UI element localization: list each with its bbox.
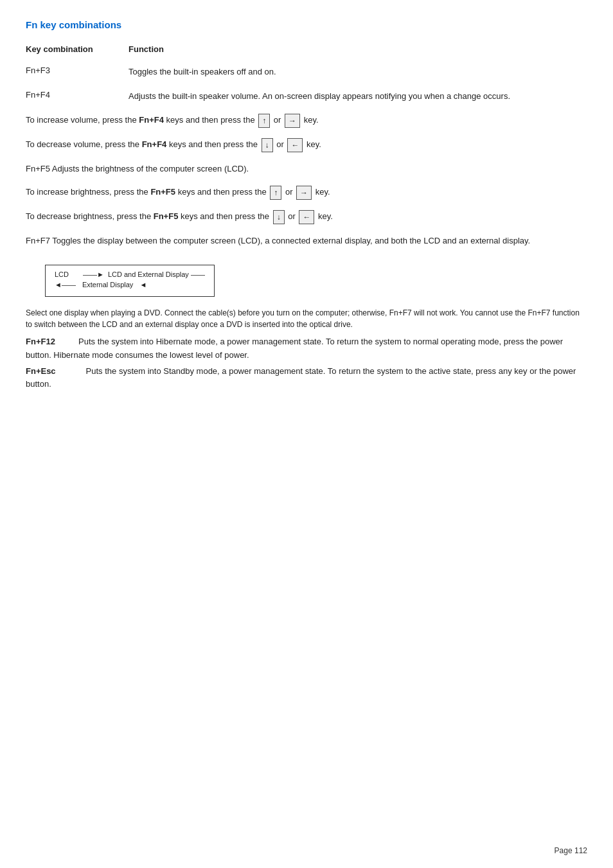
- volume-increase-line: To increase volume, press the Fn+F4 keys…: [26, 114, 587, 128]
- volume-decrease-line: To decrease volume, press the Fn+F4 keys…: [26, 138, 587, 152]
- fn-f7-note: Select one display when playing a DVD. C…: [26, 307, 587, 330]
- down-arrow-icon: ↓: [262, 138, 273, 152]
- down-arrow-icon2: ↓: [273, 210, 285, 224]
- fn-esc-desc: Puts the system into Standby mode, a pow…: [26, 366, 576, 389]
- fn-f4-key: Fn+F4: [26, 90, 129, 100]
- fn-f5-desc: Fn+F5 Adjusts the brightness of the comp…: [26, 163, 587, 175]
- display-diagram: LCD ——► LCD and External Display —— ◄—— …: [45, 265, 215, 297]
- left-arrow-icon: ←: [287, 138, 303, 152]
- volume-increase-end: key.: [304, 115, 319, 125]
- diagram-return-arrow: ◄: [139, 281, 147, 288]
- brightness-decrease-line: To decrease brightness, press the Fn+F5 …: [26, 210, 587, 224]
- fn-f12-key: Fn+F12: [26, 337, 55, 346]
- diagram-row-1: LCD ——► LCD and External Display ——: [55, 270, 205, 278]
- diagram-right-arrow: ——►: [83, 270, 104, 278]
- fn-f12-desc: Puts the system into Hibernate mode, a p…: [26, 337, 563, 360]
- volume-decrease-suffix: keys and then press the: [166, 139, 260, 149]
- right-arrow-icon2: →: [296, 186, 312, 200]
- volume-increase-suffix: keys and then press the: [164, 115, 257, 125]
- brightness-decrease-prefix: To decrease brightness, press the: [26, 211, 154, 221]
- brightness-or-text: or: [285, 187, 295, 197]
- fn-f3-key: Fn+F3: [26, 66, 129, 75]
- left-arrow-icon2: ←: [299, 210, 314, 224]
- diagram-row-2: ◄—— External Display ◄: [55, 281, 205, 288]
- up-arrow-icon2: ↑: [270, 186, 281, 200]
- brightness-increase-prefix: To increase brightness, press the: [26, 187, 150, 197]
- brightness-or-text2: or: [288, 211, 298, 221]
- brightness-increase-suffix: keys and then press the: [175, 187, 269, 197]
- diagram-lcd-label: LCD: [55, 270, 79, 278]
- volume-or-text: or: [274, 115, 283, 125]
- volume-increase-keys: Fn+F4: [139, 115, 164, 125]
- fn-f4-desc: Adjusts the built-in speaker volume. An …: [129, 90, 587, 103]
- key-col-header: Key combination: [26, 44, 129, 54]
- up-arrow-icon: ↑: [258, 114, 270, 128]
- fn-esc-key: Fn+Esc: [26, 366, 56, 376]
- brightness-increase-end: key.: [315, 187, 330, 197]
- table-header: Key combination Function: [26, 44, 587, 54]
- fn-esc-spacer: [58, 366, 84, 376]
- fn-f12-block: Fn+F12 Puts the system into Hibernate mo…: [26, 335, 587, 362]
- diagram-external-label: External Display: [82, 281, 133, 288]
- func-col-header: Function: [129, 44, 164, 54]
- fn-f4-entry: Fn+F4 Adjusts the built-in speaker volum…: [26, 90, 587, 103]
- page-title: Fn key combinations: [26, 19, 587, 30]
- diagram-lcd-external-label: LCD and External Display ——: [108, 270, 205, 278]
- volume-decrease-prefix: To decrease volume, press the: [26, 139, 142, 149]
- fn-f3-entry: Fn+F3 Toggles the built-in speakers off …: [26, 66, 587, 78]
- brightness-decrease-end: key.: [318, 211, 333, 221]
- right-arrow-icon: →: [285, 114, 300, 128]
- fn-f12-spacer: [58, 337, 76, 346]
- brightness-increase-line: To increase brightness, press the Fn+F5 …: [26, 186, 587, 200]
- brightness-increase-keys: Fn+F5: [150, 187, 175, 197]
- page-number: Page 112: [555, 846, 587, 855]
- fn-esc-block: Fn+Esc Puts the system into Standby mode…: [26, 365, 587, 392]
- fn-f7-desc: Fn+F7 Toggles the display between the co…: [26, 235, 587, 247]
- volume-decrease-keys: Fn+F4: [142, 139, 167, 149]
- volume-or-text2: or: [276, 139, 286, 149]
- volume-increase-prefix: To increase volume, press the: [26, 115, 139, 125]
- brightness-decrease-keys: Fn+F5: [154, 211, 179, 221]
- volume-decrease-end: key.: [306, 139, 321, 149]
- brightness-decrease-suffix: keys and then press the: [178, 211, 271, 221]
- fn-f3-desc: Toggles the built-in speakers off and on…: [129, 66, 587, 78]
- diagram-back-arrow: ◄——: [55, 281, 76, 288]
